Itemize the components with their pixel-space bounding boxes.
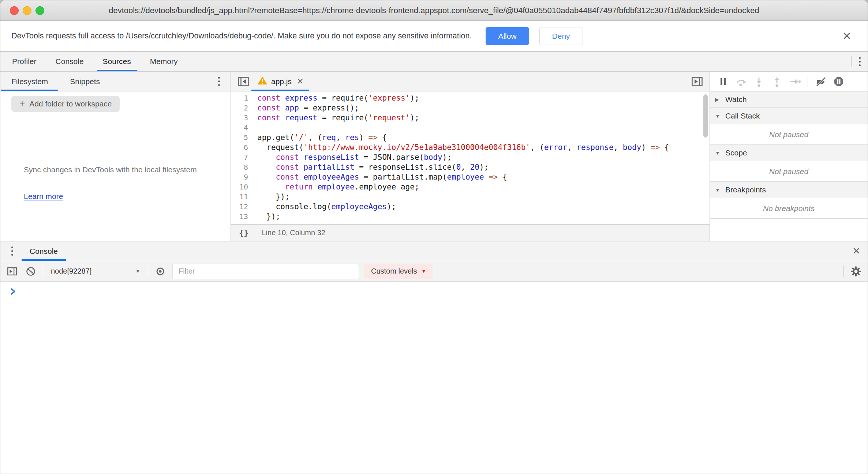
drawer-tab-console[interactable]: Console [20, 241, 67, 261]
scope-status: Not paused [710, 161, 868, 182]
call-stack-status: Not paused [710, 124, 868, 145]
minimize-traffic-icon[interactable] [23, 6, 31, 15]
navigator-tab-bar: Filesystem Snippets [0, 72, 231, 91]
kebab-menu-icon[interactable] [211, 72, 227, 91]
window-title-url: devtools://devtools/bundled/js_app.html?… [0, 6, 868, 15]
editor-scrollbar[interactable] [703, 94, 708, 138]
close-traffic-icon[interactable] [10, 6, 19, 15]
plus-icon: + [19, 99, 25, 108]
navigator-pane: Filesystem Snippets + Add folder to work… [0, 72, 231, 241]
clear-console-icon[interactable] [24, 265, 37, 278]
divider [843, 266, 844, 277]
custom-levels-label: Custom levels [371, 267, 417, 275]
tab-profiler[interactable]: Profiler [3, 52, 46, 71]
step-into-icon[interactable] [752, 75, 766, 88]
section-label: Breakpoints [725, 185, 766, 194]
debugger-pane: ▶ Watch ▼ Call Stack Not paused ▼ Scope … [710, 72, 868, 241]
tab-console[interactable]: Console [46, 52, 93, 71]
custom-levels-dropdown[interactable]: Custom levels ▼ [364, 264, 433, 279]
breakpoints-section-header[interactable]: ▼ Breakpoints [710, 182, 868, 198]
code-lines[interactable]: const express = require('express');const… [252, 93, 669, 224]
infobar-message: DevTools requests full access to /Users/… [11, 31, 472, 41]
hide-navigator-icon[interactable] [235, 72, 251, 91]
line-numbers[interactable]: 12345678910111213 [231, 93, 252, 224]
chevron-down-icon: ▼ [135, 268, 140, 274]
step-over-icon[interactable] [734, 75, 748, 88]
call-stack-section-header[interactable]: ▼ Call Stack [710, 108, 868, 124]
zoom-traffic-icon[interactable] [35, 6, 44, 15]
scope-section-header[interactable]: ▼ Scope [710, 145, 868, 161]
tab-sources[interactable]: Sources [93, 52, 141, 71]
tab-snippets[interactable]: Snippets [59, 72, 111, 91]
console-toolbar: node[92287] ▼ Custom levels ▼ [0, 261, 868, 282]
divider [808, 76, 808, 87]
step-icon[interactable] [788, 75, 801, 88]
add-folder-label: Add folder to workspace [29, 99, 112, 108]
deactivate-breakpoints-icon[interactable] [814, 75, 827, 88]
close-icon[interactable]: ✕ [842, 31, 852, 42]
live-expression-eye-icon[interactable] [154, 265, 167, 278]
pause-on-exceptions-icon[interactable] [832, 75, 845, 88]
show-console-sidebar-icon[interactable] [5, 265, 19, 278]
gear-icon[interactable] [849, 265, 863, 278]
console-drawer: Console ✕ node[92287] ▼ Custom levels ▼ [0, 241, 868, 474]
sync-description: Sync changes in DevTools with the local … [24, 164, 199, 176]
close-icon[interactable]: ✕ [852, 241, 860, 261]
chevron-down-icon: ▼ [422, 268, 426, 274]
show-debugger-icon[interactable] [689, 72, 705, 91]
title-bar: devtools://devtools/bundled/js_app.html?… [0, 0, 868, 21]
sources-panel: Filesystem Snippets + Add folder to work… [0, 72, 868, 241]
drawer-tab-bar: Console ✕ [0, 241, 868, 261]
format-braces-icon[interactable]: {} [239, 228, 249, 237]
section-label: Call Stack [725, 112, 760, 120]
kebab-menu-icon[interactable] [4, 241, 20, 261]
main-tab-bar: Profiler Console Sources Memory [0, 52, 868, 72]
traffic-lights [10, 6, 44, 15]
watch-section-header[interactable]: ▶ Watch [710, 91, 868, 108]
tab-filesystem[interactable]: Filesystem [0, 72, 59, 91]
editor-pane: app.js ✕ 12345678910111213 const express… [231, 72, 710, 241]
context-label: node[92287] [51, 267, 91, 275]
breakpoints-status: No breakpoints [710, 198, 868, 219]
file-tab-label: app.js [271, 77, 292, 86]
prompt-chevron-icon [10, 290, 16, 297]
file-tab-appjs[interactable]: app.js ✕ [251, 72, 309, 91]
close-icon[interactable]: ✕ [297, 78, 303, 86]
disclosure-triangle-icon: ▶ [715, 97, 721, 102]
add-folder-button[interactable]: + Add folder to workspace [11, 96, 120, 112]
permission-infobar: DevTools requests full access to /Users/… [0, 21, 868, 52]
section-label: Watch [725, 95, 747, 104]
deny-button[interactable]: Deny [539, 27, 583, 45]
console-messages[interactable] [0, 282, 868, 474]
code-editor[interactable]: 12345678910111213 const express = requir… [231, 91, 710, 224]
section-label: Scope [725, 148, 747, 157]
step-out-icon[interactable] [770, 75, 783, 88]
tab-memory[interactable]: Memory [141, 52, 187, 71]
divider [148, 266, 148, 277]
devtools-window: devtools://devtools/bundled/js_app.html?… [0, 0, 868, 474]
execution-context-selector[interactable]: node[92287] ▼ [49, 267, 142, 275]
pause-icon[interactable] [717, 75, 730, 88]
cursor-position: Line 10, Column 32 [262, 229, 325, 237]
divider [43, 266, 43, 277]
allow-button[interactable]: Allow [486, 27, 529, 45]
filter-input[interactable] [172, 264, 359, 279]
editor-tab-bar: app.js ✕ [231, 72, 710, 91]
disclosure-triangle-icon: ▼ [715, 187, 721, 193]
kebab-menu-icon[interactable] [852, 52, 868, 71]
debugger-toolbar [710, 72, 868, 91]
learn-more-link[interactable]: Learn more [24, 192, 63, 201]
warning-triangle-icon [257, 76, 267, 87]
disclosure-triangle-icon: ▼ [715, 113, 721, 119]
editor-status-bar: {} Line 10, Column 32 [231, 224, 710, 241]
disclosure-triangle-icon: ▼ [715, 150, 721, 156]
